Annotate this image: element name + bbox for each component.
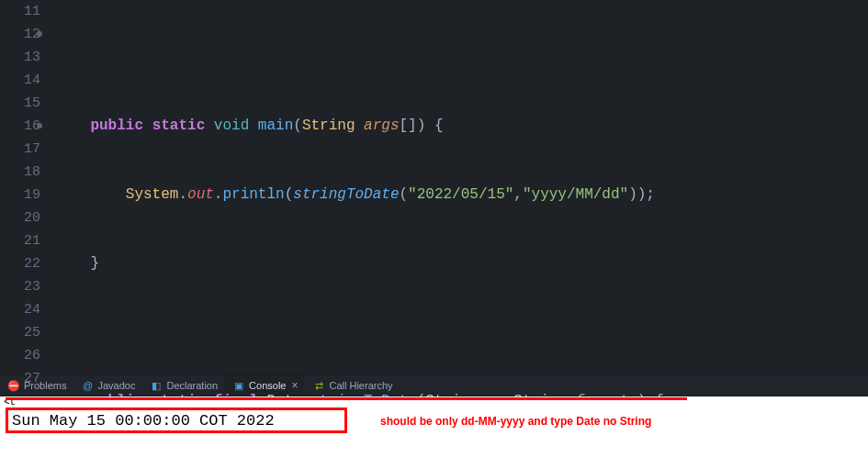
line-number: 16 bbox=[0, 115, 40, 138]
line-number: 20 bbox=[0, 207, 40, 229]
code-line[interactable] bbox=[55, 46, 868, 69]
code-content[interactable]: public static void main(String args[]) {… bbox=[48, 0, 868, 374]
line-number: 15 bbox=[0, 92, 40, 115]
line-number: 11 bbox=[0, 0, 40, 23]
code-line[interactable] bbox=[55, 321, 868, 344]
line-number-gutter: 11 12 13 14 15 16 17 18 19 20 21 22 23 2… bbox=[0, 0, 48, 374]
code-line[interactable]: System.out.println(stringToDate("2022/05… bbox=[55, 184, 868, 207]
code-line[interactable]: } bbox=[55, 252, 868, 275]
code-line[interactable]: public static void main(String args[]) { bbox=[55, 115, 868, 138]
line-number: 26 bbox=[0, 344, 40, 367]
line-number: 13 bbox=[0, 46, 40, 69]
line-number: 25 bbox=[0, 321, 40, 344]
line-number: 19 bbox=[0, 184, 40, 207]
annotation-line bbox=[6, 397, 687, 400]
code-editor[interactable]: 11 12 13 14 15 16 17 18 19 20 21 22 23 2… bbox=[0, 0, 868, 374]
line-number: 27 bbox=[0, 367, 40, 390]
user-annotation: should be only dd-MM-yyyy and type Date … bbox=[380, 415, 651, 428]
line-number: 12 bbox=[0, 23, 40, 46]
line-number: 24 bbox=[0, 298, 40, 321]
console-output: Sun May 15 00:00:00 COT 2022 bbox=[12, 412, 275, 430]
line-number: 17 bbox=[0, 138, 40, 161]
line-number: 23 bbox=[0, 275, 40, 298]
line-number: 22 bbox=[0, 252, 40, 275]
console-output-highlight: Sun May 15 00:00:00 COT 2022 bbox=[6, 408, 347, 433]
console-panel[interactable]: <t Sun May 15 00:00:00 COT 2022 should b… bbox=[0, 396, 868, 469]
line-number: 14 bbox=[0, 69, 40, 92]
line-number: 21 bbox=[0, 229, 40, 252]
line-number: 18 bbox=[0, 161, 40, 184]
